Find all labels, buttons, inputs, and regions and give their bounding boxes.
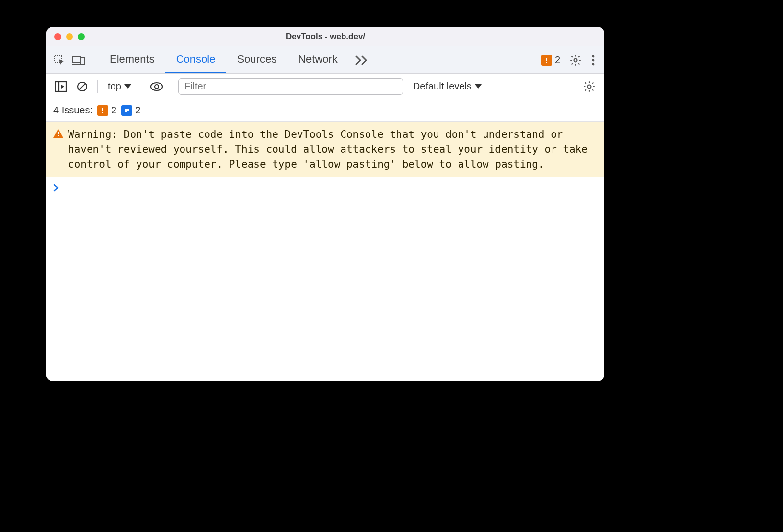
tab-network[interactable]: Network bbox=[287, 46, 348, 73]
context-label: top bbox=[108, 81, 121, 92]
warning-triangle-icon bbox=[53, 129, 63, 138]
minimize-window-button[interactable] bbox=[66, 33, 73, 40]
svg-marker-11 bbox=[61, 85, 64, 89]
issues-blue-pair: 2 bbox=[121, 105, 140, 116]
window-titlebar: DevTools - web.dev/ bbox=[46, 27, 604, 46]
issues-row[interactable]: 4 Issues: 2 2 bbox=[46, 99, 604, 122]
kebab-menu-button[interactable] bbox=[586, 55, 600, 66]
main-tabbar: Elements Console Sources Network 2 bbox=[46, 46, 604, 74]
svg-point-15 bbox=[155, 85, 159, 89]
show-console-sidebar-icon[interactable] bbox=[51, 77, 70, 96]
svg-rect-21 bbox=[58, 132, 59, 134]
chevron-down-icon bbox=[124, 84, 131, 89]
svg-point-8 bbox=[592, 63, 595, 65]
svg-rect-1 bbox=[72, 56, 81, 63]
warning-badge-icon bbox=[97, 105, 108, 116]
tab-sources[interactable]: Sources bbox=[226, 46, 287, 73]
log-levels-label: Default levels bbox=[413, 81, 472, 92]
device-toolbar-icon[interactable] bbox=[69, 51, 88, 69]
divider bbox=[172, 80, 172, 93]
prompt-caret-icon bbox=[53, 184, 59, 192]
inspect-element-icon[interactable] bbox=[50, 51, 69, 69]
devtools-window: DevTools - web.dev/ Elements Console Sou… bbox=[46, 27, 604, 381]
log-levels-selector[interactable]: Default levels bbox=[413, 81, 482, 92]
error-count-badge[interactable]: 2 bbox=[541, 54, 565, 66]
console-toolbar: top Default levels bbox=[46, 74, 604, 99]
tab-elements[interactable]: Elements bbox=[99, 46, 165, 73]
svg-rect-22 bbox=[58, 135, 59, 136]
svg-point-5 bbox=[574, 58, 577, 62]
divider bbox=[141, 80, 141, 93]
issues-orange-pair: 2 bbox=[97, 105, 116, 116]
svg-marker-16 bbox=[475, 84, 482, 89]
tab-console[interactable]: Console bbox=[165, 46, 227, 73]
svg-point-6 bbox=[592, 55, 595, 57]
window-title: DevTools - web.dev/ bbox=[46, 32, 604, 42]
traffic-lights bbox=[54, 33, 85, 40]
svg-point-17 bbox=[588, 85, 591, 88]
filter-input[interactable] bbox=[178, 78, 403, 95]
issues-blue-count: 2 bbox=[135, 105, 140, 116]
issues-label: 4 Issues: bbox=[53, 105, 92, 116]
divider bbox=[573, 80, 573, 93]
console-body: Warning: Don't paste code into the DevTo… bbox=[46, 122, 604, 381]
svg-point-7 bbox=[592, 59, 595, 61]
clear-console-icon[interactable] bbox=[73, 77, 92, 96]
more-tabs-button[interactable] bbox=[348, 55, 376, 65]
error-badge-icon bbox=[541, 55, 552, 66]
live-expression-icon[interactable] bbox=[147, 77, 166, 96]
divider bbox=[91, 53, 91, 67]
close-window-button[interactable] bbox=[54, 33, 61, 40]
warning-text: Warning: Don't paste code into the DevTo… bbox=[68, 127, 595, 172]
maximize-window-button[interactable] bbox=[78, 33, 85, 40]
error-count: 2 bbox=[555, 54, 560, 66]
context-selector[interactable]: top bbox=[104, 81, 135, 92]
tabs: Elements Console Sources Network bbox=[99, 46, 376, 73]
divider bbox=[97, 80, 98, 93]
settings-button[interactable] bbox=[565, 54, 586, 66]
info-badge-icon bbox=[121, 105, 132, 116]
svg-marker-14 bbox=[124, 84, 131, 89]
svg-line-13 bbox=[79, 84, 85, 89]
issues-orange-count: 2 bbox=[111, 105, 116, 116]
console-prompt[interactable] bbox=[46, 177, 604, 199]
chevron-down-icon bbox=[475, 84, 482, 89]
paste-warning-message: Warning: Don't paste code into the DevTo… bbox=[46, 122, 604, 177]
svg-rect-9 bbox=[55, 82, 66, 91]
console-settings-button[interactable] bbox=[579, 80, 599, 93]
